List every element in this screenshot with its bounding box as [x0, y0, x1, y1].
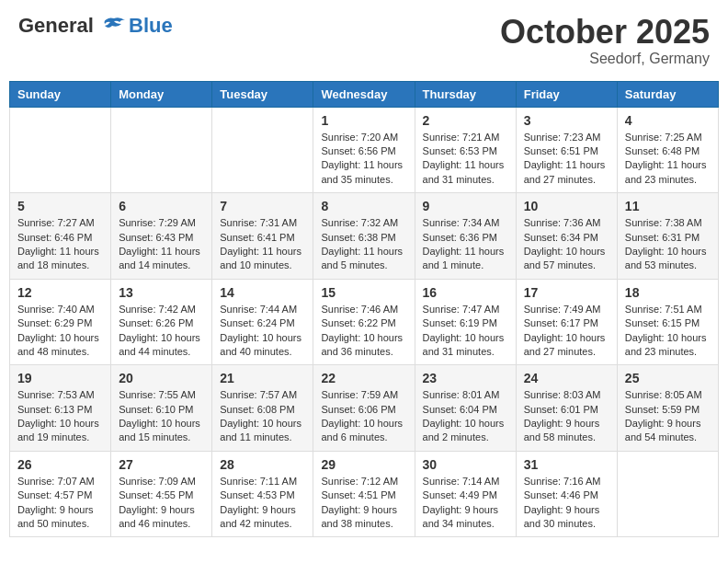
- calendar-cell: 25Sunrise: 8:05 AM Sunset: 5:59 PM Dayli…: [617, 365, 718, 452]
- calendar-cell: 17Sunrise: 7:49 AM Sunset: 6:17 PM Dayli…: [516, 279, 617, 365]
- day-number: 9: [423, 199, 508, 213]
- day-number: 15: [321, 285, 406, 300]
- day-info: Sunrise: 7:07 AM Sunset: 4:57 PM Dayligh…: [17, 475, 103, 532]
- day-info: Sunrise: 8:01 AM Sunset: 6:04 PM Dayligh…: [423, 388, 508, 445]
- day-number: 8: [321, 199, 406, 213]
- week-row-3: 12Sunrise: 7:40 AM Sunset: 6:29 PM Dayli…: [10, 279, 719, 365]
- day-number: 28: [220, 457, 305, 472]
- day-info: Sunrise: 7:34 AM Sunset: 6:36 PM Dayligh…: [423, 216, 508, 273]
- day-number: 19: [17, 371, 103, 385]
- calendar-cell: 9Sunrise: 7:34 AM Sunset: 6:36 PM Daylig…: [415, 193, 516, 280]
- calendar-cell: [617, 451, 718, 537]
- calendar-cell: 29Sunrise: 7:12 AM Sunset: 4:51 PM Dayli…: [313, 451, 415, 537]
- day-info: Sunrise: 7:46 AM Sunset: 6:22 PM Dayligh…: [321, 303, 406, 360]
- day-number: 7: [220, 199, 305, 213]
- day-info: Sunrise: 8:03 AM Sunset: 6:01 PM Dayligh…: [524, 388, 609, 445]
- logo-blue: Blue: [129, 14, 173, 38]
- weekday-header-tuesday: Tuesday: [212, 81, 313, 107]
- weekday-header-friday: Friday: [516, 81, 617, 107]
- month-title: October 2025: [500, 14, 710, 51]
- day-number: 2: [423, 113, 508, 128]
- calendar-cell: 16Sunrise: 7:47 AM Sunset: 6:19 PM Dayli…: [415, 279, 516, 365]
- calendar-cell: 26Sunrise: 7:07 AM Sunset: 4:57 PM Dayli…: [10, 451, 111, 537]
- calendar-cell: 3Sunrise: 7:23 AM Sunset: 6:51 PM Daylig…: [516, 107, 617, 193]
- day-number: 29: [321, 457, 406, 472]
- calendar-cell: 4Sunrise: 7:25 AM Sunset: 6:48 PM Daylig…: [617, 107, 718, 193]
- logo-bird-icon: [101, 17, 127, 37]
- day-number: 27: [119, 457, 204, 472]
- calendar-cell: 10Sunrise: 7:36 AM Sunset: 6:34 PM Dayli…: [516, 193, 617, 280]
- logo-general: General: [18, 14, 94, 37]
- calendar-cell: [212, 107, 313, 193]
- logo: General Blue: [18, 14, 173, 38]
- calendar-cell: 18Sunrise: 7:51 AM Sunset: 6:15 PM Dayli…: [617, 279, 718, 365]
- day-info: Sunrise: 7:11 AM Sunset: 4:53 PM Dayligh…: [220, 475, 305, 532]
- calendar-cell: 31Sunrise: 7:16 AM Sunset: 4:46 PM Dayli…: [516, 451, 617, 537]
- calendar-cell: [111, 107, 212, 193]
- day-number: 6: [119, 199, 204, 213]
- calendar-table: SundayMondayTuesdayWednesdayThursdayFrid…: [9, 81, 719, 538]
- calendar-cell: 13Sunrise: 7:42 AM Sunset: 6:26 PM Dayli…: [111, 279, 212, 365]
- day-info: Sunrise: 7:23 AM Sunset: 6:51 PM Dayligh…: [524, 131, 609, 188]
- day-info: Sunrise: 7:59 AM Sunset: 6:06 PM Dayligh…: [321, 388, 406, 445]
- day-number: 14: [220, 285, 305, 300]
- day-info: Sunrise: 7:12 AM Sunset: 4:51 PM Dayligh…: [321, 475, 406, 532]
- day-info: Sunrise: 7:51 AM Sunset: 6:15 PM Dayligh…: [625, 303, 711, 360]
- day-info: Sunrise: 7:55 AM Sunset: 6:10 PM Dayligh…: [119, 388, 204, 445]
- calendar-cell: 12Sunrise: 7:40 AM Sunset: 6:29 PM Dayli…: [10, 279, 111, 365]
- weekday-header-saturday: Saturday: [617, 81, 718, 107]
- day-number: 23: [423, 371, 508, 385]
- calendar-cell: 27Sunrise: 7:09 AM Sunset: 4:55 PM Dayli…: [111, 451, 212, 537]
- day-number: 16: [423, 285, 508, 300]
- day-info: Sunrise: 7:47 AM Sunset: 6:19 PM Dayligh…: [423, 303, 508, 360]
- day-info: Sunrise: 7:36 AM Sunset: 6:34 PM Dayligh…: [524, 216, 609, 273]
- day-info: Sunrise: 7:14 AM Sunset: 4:49 PM Dayligh…: [423, 475, 508, 532]
- day-number: 18: [625, 285, 711, 300]
- day-number: 3: [524, 113, 609, 128]
- weekday-header-wednesday: Wednesday: [313, 81, 415, 107]
- day-number: 5: [17, 199, 103, 213]
- calendar-cell: [10, 107, 111, 193]
- day-number: 10: [524, 199, 609, 213]
- day-number: 26: [17, 457, 103, 472]
- day-info: Sunrise: 7:20 AM Sunset: 6:56 PM Dayligh…: [321, 131, 406, 188]
- calendar-cell: 21Sunrise: 7:57 AM Sunset: 6:08 PM Dayli…: [212, 365, 313, 452]
- location-subtitle: Seedorf, Germany: [500, 51, 710, 67]
- calendar-cell: 23Sunrise: 8:01 AM Sunset: 6:04 PM Dayli…: [415, 365, 516, 452]
- day-number: 13: [119, 285, 204, 300]
- day-info: Sunrise: 7:09 AM Sunset: 4:55 PM Dayligh…: [119, 475, 204, 532]
- weekday-header-sunday: Sunday: [10, 81, 111, 107]
- day-info: Sunrise: 7:16 AM Sunset: 4:46 PM Dayligh…: [524, 475, 609, 532]
- calendar-cell: 24Sunrise: 8:03 AM Sunset: 6:01 PM Dayli…: [516, 365, 617, 452]
- day-number: 20: [119, 371, 204, 385]
- day-number: 31: [524, 457, 609, 472]
- day-number: 1: [321, 113, 406, 128]
- calendar-cell: 5Sunrise: 7:27 AM Sunset: 6:46 PM Daylig…: [10, 193, 111, 280]
- day-number: 12: [17, 285, 103, 300]
- week-row-1: 1Sunrise: 7:20 AM Sunset: 6:56 PM Daylig…: [10, 107, 719, 193]
- calendar-cell: 30Sunrise: 7:14 AM Sunset: 4:49 PM Dayli…: [415, 451, 516, 537]
- calendar-cell: 14Sunrise: 7:44 AM Sunset: 6:24 PM Dayli…: [212, 279, 313, 365]
- day-number: 4: [625, 113, 711, 128]
- day-info: Sunrise: 7:57 AM Sunset: 6:08 PM Dayligh…: [220, 388, 305, 445]
- day-info: Sunrise: 7:29 AM Sunset: 6:43 PM Dayligh…: [119, 216, 204, 273]
- day-info: Sunrise: 7:49 AM Sunset: 6:17 PM Dayligh…: [524, 303, 609, 360]
- day-number: 30: [423, 457, 508, 472]
- day-info: Sunrise: 7:38 AM Sunset: 6:31 PM Dayligh…: [625, 216, 711, 273]
- calendar-header-row: SundayMondayTuesdayWednesdayThursdayFrid…: [10, 81, 719, 107]
- day-number: 21: [220, 371, 305, 385]
- day-number: 24: [524, 371, 609, 385]
- calendar-cell: 8Sunrise: 7:32 AM Sunset: 6:38 PM Daylig…: [313, 193, 415, 280]
- week-row-5: 26Sunrise: 7:07 AM Sunset: 4:57 PM Dayli…: [10, 451, 719, 537]
- day-info: Sunrise: 7:21 AM Sunset: 6:53 PM Dayligh…: [423, 131, 508, 188]
- day-info: Sunrise: 7:31 AM Sunset: 6:41 PM Dayligh…: [220, 216, 305, 273]
- day-info: Sunrise: 7:42 AM Sunset: 6:26 PM Dayligh…: [119, 303, 204, 360]
- calendar-cell: 22Sunrise: 7:59 AM Sunset: 6:06 PM Dayli…: [313, 365, 415, 452]
- week-row-2: 5Sunrise: 7:27 AM Sunset: 6:46 PM Daylig…: [10, 193, 719, 280]
- calendar-cell: 28Sunrise: 7:11 AM Sunset: 4:53 PM Dayli…: [212, 451, 313, 537]
- calendar-cell: 19Sunrise: 7:53 AM Sunset: 6:13 PM Dayli…: [10, 365, 111, 452]
- day-info: Sunrise: 7:32 AM Sunset: 6:38 PM Dayligh…: [321, 216, 406, 273]
- day-info: Sunrise: 7:44 AM Sunset: 6:24 PM Dayligh…: [220, 303, 305, 360]
- page-header: General Blue October 2025 Seedorf, Germa…: [9, 9, 719, 72]
- calendar-cell: 1Sunrise: 7:20 AM Sunset: 6:56 PM Daylig…: [313, 107, 415, 193]
